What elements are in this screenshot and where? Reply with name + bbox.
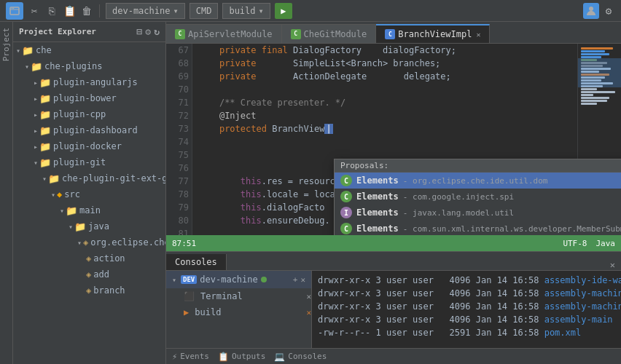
tree-label: plugin-dashboard: [53, 125, 138, 135]
tree-item-add[interactable]: ◈ add: [13, 266, 165, 282]
tree-label: che: [36, 45, 52, 55]
project-explorer: Project Explorer ⊟ ⚙ ↻ ▾ 📁 che ▾ 📁 che-p…: [13, 22, 166, 364]
remove-console-icon[interactable]: ✕: [300, 275, 305, 285]
panel-close-button[interactable]: ✕: [604, 260, 621, 270]
tree-label: che-plugins: [44, 61, 102, 71]
console-link[interactable]: assembly-ide-war: [544, 275, 621, 285]
terminal-close-icon[interactable]: ✕: [306, 292, 311, 301]
tree-item-bower[interactable]: ▸ 📁 plugin-bower: [13, 90, 165, 106]
tree-item-src[interactable]: ▾ ◆ src: [13, 186, 165, 202]
tree-item-angularjs[interactable]: ▸ 📁 plugin-angularjs: [13, 74, 165, 90]
explorer-title: Project Explorer: [19, 27, 96, 36]
tree-label: java: [88, 221, 109, 232]
explorer-header: Project Explorer ⊟ ⚙ ↻: [13, 22, 165, 42]
console-link[interactable]: assembly-machine-war: [544, 301, 621, 312]
refresh-icon[interactable]: ↻: [154, 26, 160, 37]
project-name: dev-machine: [112, 6, 170, 16]
project-dropdown[interactable]: dev-machine ▾: [106, 3, 185, 19]
chevron-icon: ▸: [34, 143, 38, 151]
main-layout: Project Project Explorer ⊟ ⚙ ↻ ▾ 📁 che ▾…: [0, 22, 621, 364]
tree-item-action[interactable]: ◈ action: [13, 250, 165, 266]
tab-close-icon[interactable]: ✕: [476, 31, 480, 39]
autocomplete-header: Proposals:: [335, 159, 621, 173]
line-num: 78: [169, 188, 189, 201]
tree-item-ext-git[interactable]: ▾ 📁 che-plugin-git-ext-git: [13, 170, 165, 186]
build-close-icon[interactable]: ✕: [306, 308, 311, 317]
cut-icon[interactable]: ✂: [28, 4, 41, 17]
collapse-icon[interactable]: ⊟: [137, 26, 143, 37]
console-dev-machine[interactable]: ▾ DEV dev-machine + ✕: [166, 271, 311, 288]
line-num: 72: [169, 109, 189, 122]
ac-name: Elements: [356, 191, 399, 202]
folder-icon: 📁: [39, 109, 51, 120]
footer-tab-outputs[interactable]: 📋 Outputs: [218, 352, 265, 362]
footer-tab-consoles[interactable]: 💻 Consoles: [274, 352, 327, 362]
tree-label: che-plugin-git-ext-git: [62, 173, 165, 183]
settings-icon2[interactable]: ⚙: [145, 26, 151, 37]
tree-item-main[interactable]: ▾ 📁 main: [13, 202, 165, 218]
console-line-2: drwxr-xr-x 3 user user 4096 Jan 14 16:58…: [318, 287, 615, 300]
ac-icon: C: [340, 223, 352, 234]
tree-item-git[interactable]: ▾ 📁 plugin-git: [13, 154, 165, 170]
tree-item-org[interactable]: ▾ ◈ org.eclipse.che: [13, 234, 165, 250]
tree-label: plugin-cpp: [53, 109, 106, 119]
status-bar: 87:51 UTF-8 Java: [166, 235, 621, 251]
cmd-dropdown[interactable]: CMD: [190, 3, 219, 19]
explorer-header-icons: ⊟ ⚙ ↻: [137, 26, 160, 37]
chevron-icon: ▸: [34, 111, 38, 119]
line-num: 80: [169, 214, 189, 227]
green-status-dot: [261, 277, 267, 282]
code-line: [198, 135, 571, 149]
footer-tab-events[interactable]: ⚡ Events: [172, 352, 209, 362]
toolbar: ✂ ⎘ 📋 🗑 dev-machine ▾ CMD build ▾ ▶ ⚙: [0, 0, 621, 22]
tab-branch-view[interactable]: C BranchViewImpl ✕: [376, 24, 490, 43]
console-terminal[interactable]: ⬛ Terminal ✕: [166, 288, 311, 304]
tree-item-che[interactable]: ▾ 📁 che: [13, 42, 165, 58]
console-link[interactable]: assembly-machine-server: [544, 288, 621, 298]
run-button[interactable]: ▶: [275, 3, 292, 19]
copy-icon[interactable]: ⎘: [45, 4, 58, 17]
code-line: protected BranchView|: [198, 122, 571, 135]
explorer-tree: ▾ 📁 che ▾ 📁 che-plugins ▸ 📁 plugin-angul…: [13, 42, 165, 364]
minimap-highlight: [578, 58, 621, 87]
code-line: private ActionDelegate delegate;: [198, 70, 571, 83]
tree-item-java[interactable]: ▾ 📁 java: [13, 218, 165, 234]
chevron-down-icon2: ▾: [259, 6, 264, 16]
autocomplete-item-2[interactable]: I Elements - javax.lang.model.util: [335, 205, 621, 221]
tree-item-dashboard[interactable]: ▸ 📁 plugin-dashboard: [13, 122, 165, 138]
encoding: UTF-8: [563, 239, 587, 248]
tree-item-branch[interactable]: ◈ branch: [13, 282, 165, 298]
paste-icon[interactable]: 📋: [63, 4, 76, 17]
tree-item-cpp[interactable]: ▸ 📁 plugin-cpp: [13, 106, 165, 122]
tree-label: plugin-docker: [53, 141, 122, 151]
terminal-icon: ⬛: [184, 291, 195, 301]
tab-api-servlet[interactable]: C ApiServletModule: [166, 24, 282, 43]
settings-icon[interactable]: ⚙: [602, 4, 615, 17]
build-label: build: [195, 307, 221, 317]
chevron-icon: ▾: [172, 276, 176, 284]
add-console-icon[interactable]: +: [293, 275, 298, 285]
tree-item-docker[interactable]: ▸ 📁 plugin-docker: [13, 138, 165, 154]
project-tab[interactable]: Project: [0, 22, 12, 67]
autocomplete-popup: Proposals: C Elements - org.eclipse.che.…: [334, 159, 621, 235]
consoles-label: Consoles: [288, 352, 327, 361]
editor-area: C ApiServletModule C CheGitModule C Bran…: [166, 22, 621, 364]
chevron-icon: ▾: [77, 239, 82, 247]
console-link[interactable]: assembly-main: [544, 314, 613, 325]
tab-icon: C: [175, 29, 185, 39]
build-dropdown[interactable]: build ▾: [222, 3, 270, 19]
console-build[interactable]: ▶ build ✕: [166, 304, 311, 320]
autocomplete-item-0[interactable]: C Elements - org.eclipse.che.ide.util.do…: [335, 173, 621, 189]
autocomplete-item-3[interactable]: C Elements - com.sun.xml.internal.ws.dev…: [335, 221, 621, 235]
chevron-icon: ▾: [16, 47, 20, 55]
consoles-tab[interactable]: Consoles: [166, 254, 227, 270]
autocomplete-item-1[interactable]: C Elements - com.google.inject.spi: [335, 189, 621, 205]
tree-label: org.eclipse.che: [90, 237, 165, 248]
delete-icon[interactable]: 🗑: [80, 4, 93, 17]
tab-che-git[interactable]: C CheGitModule: [282, 24, 377, 43]
console-link[interactable]: pom.xml: [544, 328, 582, 338]
folder-icon: 📁: [66, 205, 77, 216]
svg-point-3: [589, 7, 593, 11]
console-area: ▾ DEV dev-machine + ✕ ⬛ Terminal ✕ ▶: [166, 271, 621, 348]
tree-item-che-plugins[interactable]: ▾ 📁 che-plugins: [13, 58, 165, 74]
